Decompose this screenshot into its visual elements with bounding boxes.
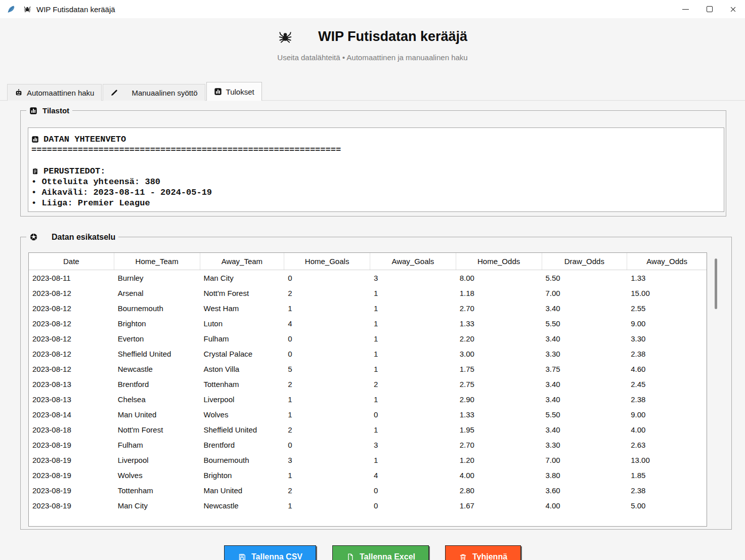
minimize-button[interactable] (674, 0, 697, 18)
table-cell: Brighton (200, 471, 285, 480)
stats-textarea[interactable]: DATAN YHTEENVETO========================… (28, 127, 724, 212)
table-cell: 0 (370, 486, 456, 495)
spider-icon (278, 29, 293, 45)
tab-manuaalinen-sy-tt[interactable]: Manuaalinen syöttö (103, 84, 205, 101)
table-cell: Newcastle (200, 501, 285, 510)
table-cell: 5.50 (542, 410, 628, 419)
table-cell: 2023-08-13 (29, 380, 114, 389)
table-cell: 2.75 (456, 380, 542, 389)
table-row[interactable]: 2023-08-19TottenhamMan United202.803.602… (29, 483, 707, 498)
table-cell: 3.30 (542, 350, 628, 358)
table-row[interactable]: 2023-08-19Man CityNewcastle101.674.005.0… (29, 498, 707, 513)
table-cell: 5.00 (627, 501, 707, 510)
column-header-date[interactable]: Date (29, 253, 114, 270)
trash-icon (459, 553, 467, 560)
table-cell: 1 (370, 456, 456, 464)
tallenna-excel-button[interactable]: Tallenna Excel (332, 545, 429, 560)
table-cell: 1 (284, 471, 370, 480)
table-cell: Chelsea (114, 395, 200, 404)
column-header-home-goals[interactable]: Home_Goals (284, 253, 370, 270)
table-cell: Man United (200, 486, 285, 495)
table-cell: 2023-08-19 (29, 501, 114, 510)
table-cell: 2.38 (627, 350, 707, 358)
table-cell: 2023-08-19 (29, 456, 114, 464)
table-cell: Fulham (200, 334, 285, 343)
table-row[interactable]: 2023-08-19LiverpoolBournemouth311.207.00… (29, 452, 707, 467)
stats-line-text: ========================================… (31, 145, 341, 155)
table-cell: 3.40 (542, 334, 628, 343)
table-row[interactable]: 2023-08-12ArsenalNott'm Forest211.187.00… (29, 285, 707, 300)
table-cell: 4.60 (627, 365, 707, 373)
table-cell: 5.50 (542, 319, 628, 328)
tab-bar: Automaattinen hakuManuaalinen syöttöTulo… (7, 82, 263, 101)
table-cell: 2023-08-11 (29, 274, 114, 282)
spider-icon (23, 5, 31, 13)
table-cell: 2.80 (456, 486, 542, 495)
table-cell: 9.00 (627, 319, 707, 328)
table-cell: 3.60 (542, 486, 628, 495)
column-header-draw-odds[interactable]: Draw_Odds (542, 253, 628, 270)
table-cell: Tottenham (114, 486, 200, 495)
stats-line: • Aikaväli: 2023-08-11 - 2024-05-19 (31, 187, 721, 198)
table-cell: 3.75 (542, 365, 628, 373)
scrollbar-thumb[interactable] (715, 259, 717, 309)
table-row[interactable]: 2023-08-12NewcastleAston Villa511.753.75… (29, 361, 707, 376)
table-cell: 2023-08-12 (29, 350, 114, 358)
column-header-away-team[interactable]: Away_Team (200, 253, 285, 270)
preview-groupbox: Datan esikatselu DateHome_TeamAway_TeamH… (20, 237, 732, 530)
table-cell: 1 (370, 425, 456, 434)
table-row[interactable]: 2023-08-19FulhamBrentford032.703.302.63 (29, 437, 707, 452)
table-row[interactable]: 2023-08-12BrightonLuton411.335.509.00 (29, 316, 707, 331)
stats-line (31, 155, 721, 166)
stats-line-text: • Liiga: Premier League (31, 198, 150, 208)
bar-chart-icon (29, 107, 37, 115)
table-row[interactable]: 2023-08-13ChelseaLiverpool112.903.402.38 (29, 392, 707, 407)
table-cell: 3 (370, 441, 456, 449)
column-header-away-goals[interactable]: Away_Goals (370, 253, 456, 270)
table-cell: 1 (370, 289, 456, 297)
table-cell: Brentford (114, 380, 200, 389)
table-row[interactable]: 2023-08-11BurnleyMan City038.005.501.33 (29, 270, 707, 285)
table-cell: 2.38 (627, 486, 707, 495)
column-header-away-odds[interactable]: Away_Odds (627, 253, 707, 270)
vertical-scrollbar[interactable] (713, 252, 719, 527)
table-row[interactable]: 2023-08-12Sheffield UnitedCrystal Palace… (29, 346, 707, 361)
table-row[interactable]: 2023-08-13BrentfordTottenham222.753.402.… (29, 376, 707, 392)
table-cell: 13.00 (627, 456, 707, 464)
table-cell: 4 (284, 319, 370, 328)
tyhjenn-button[interactable]: Tyhjennä (445, 545, 521, 560)
column-header-home-odds[interactable]: Home_Odds (456, 253, 542, 270)
close-button[interactable] (721, 0, 745, 18)
table-cell: Luton (200, 319, 285, 328)
table-cell: Arsenal (114, 289, 200, 297)
close-icon (729, 6, 737, 13)
table-cell: 2023-08-12 (29, 319, 114, 328)
column-header-home-team[interactable]: Home_Team (114, 253, 200, 270)
table-cell: 2023-08-13 (29, 395, 114, 404)
window-title: WIP Futisdatan kerääjä (36, 5, 115, 14)
page-subtitle: Useita datalähteitä • Automaattinen ja m… (0, 53, 745, 62)
stats-line-text: PERUSTIEDOT: (43, 166, 105, 177)
table-cell: 2023-08-12 (29, 304, 114, 313)
page-header: WIP Futisdatan kerääjä (0, 29, 745, 45)
button-label: Tyhjennä (472, 552, 507, 560)
table-row[interactable]: 2023-08-14Man UnitedWolves101.335.509.00 (29, 407, 707, 422)
table-cell: 0 (284, 441, 370, 449)
table-cell: 4.00 (627, 425, 707, 434)
table-cell: Brighton (114, 319, 200, 328)
table-cell: Man City (114, 501, 200, 510)
tab-automaattinen-haku[interactable]: Automaattinen haku (7, 84, 102, 101)
table-row[interactable]: 2023-08-19WolvesBrighton144.003.801.85 (29, 467, 707, 483)
table-row[interactable]: 2023-08-12EvertonFulham012.203.403.30 (29, 331, 707, 346)
table-cell: 2023-08-14 (29, 410, 114, 419)
table-row[interactable]: 2023-08-12BournemouthWest Ham112.703.402… (29, 300, 707, 316)
tab-label: Tulokset (226, 88, 254, 96)
tallenna-csv-button[interactable]: Tallenna CSV (224, 545, 316, 560)
tab-tulokset[interactable]: Tulokset (206, 82, 262, 101)
robot-icon (15, 89, 23, 97)
table-row[interactable]: 2023-08-18Nott'm ForestSheffield United2… (29, 422, 707, 437)
maximize-button[interactable] (697, 0, 721, 18)
soccer-ball-icon (29, 233, 38, 241)
table-cell: Liverpool (114, 456, 200, 464)
table-cell: 7.00 (542, 289, 628, 297)
